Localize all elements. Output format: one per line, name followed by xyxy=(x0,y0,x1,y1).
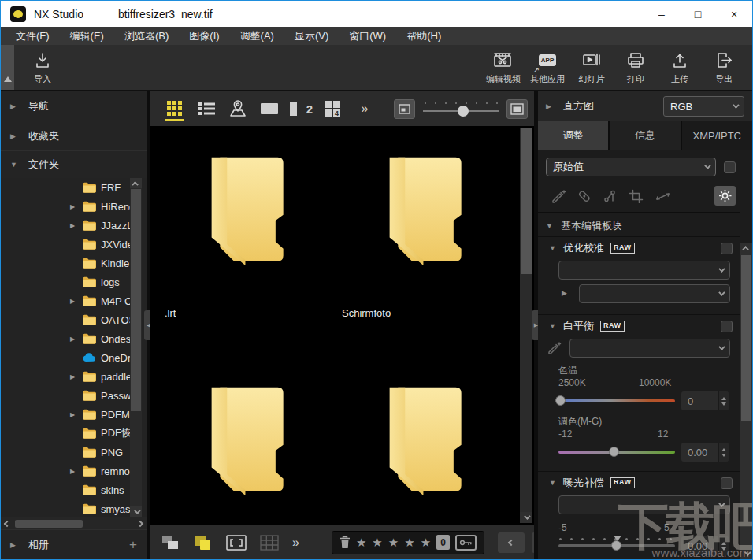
folder-tree-item[interactable]: ▶logs xyxy=(1,273,147,291)
collapsed-triangle-icon[interactable]: ▶ xyxy=(546,102,554,110)
exposure-slider-thumb[interactable] xyxy=(611,540,621,551)
sidebar-section-albums[interactable]: ▶ 相册 + xyxy=(1,529,147,559)
slideshow-button[interactable]: 幻灯片 xyxy=(569,45,614,90)
compare-2-view-button[interactable]: 2 xyxy=(289,95,313,122)
previous-button[interactable] xyxy=(498,532,525,553)
star-icon[interactable]: ★ xyxy=(404,536,414,548)
folder-thumbnail[interactable] xyxy=(330,384,510,497)
slider-thumb[interactable] xyxy=(458,106,469,117)
tint-slider-thumb[interactable] xyxy=(609,447,619,457)
inspector-vertical-scrollbar[interactable] xyxy=(740,243,752,559)
straighten-icon[interactable] xyxy=(655,189,672,203)
browser-vertical-scrollbar[interactable] xyxy=(520,128,532,523)
spinner[interactable] xyxy=(718,443,729,462)
menu-help[interactable]: 帮助(H) xyxy=(396,27,451,45)
control-point-icon[interactable] xyxy=(603,189,618,203)
menu-browser[interactable]: 浏览器(B) xyxy=(114,27,179,45)
scrollbar-thumb[interactable] xyxy=(131,189,141,411)
minimize-button[interactable]: – xyxy=(644,1,680,27)
import-button[interactable]: 导入 xyxy=(20,45,65,90)
folder-tree-item[interactable]: ▶PNG xyxy=(1,443,147,462)
picture-control-sub-dropdown[interactable] xyxy=(579,284,730,303)
expand-arrow-icon[interactable]: ▶ xyxy=(70,298,78,305)
close-button[interactable]: × xyxy=(716,1,752,27)
more-views-button[interactable]: » xyxy=(352,95,376,122)
folder-tree-item[interactable]: ▶remno xyxy=(1,462,147,480)
tree-horizontal-scrollbar[interactable] xyxy=(1,517,147,529)
folder-tree-item[interactable]: ▶PDFMe xyxy=(1,405,147,424)
export-button[interactable]: 导出 xyxy=(702,45,746,90)
picture-control-checkbox[interactable] xyxy=(721,243,733,254)
scrollbar-thumb[interactable] xyxy=(521,128,532,274)
thumbnail-label[interactable]: .lrt xyxy=(165,307,176,319)
expand-arrow-icon[interactable]: ▶ xyxy=(70,411,78,418)
tree-vertical-scrollbar[interactable] xyxy=(130,178,142,517)
sidebar-section-favorites[interactable]: ▶ 收藏夹 xyxy=(1,121,147,151)
scroll-down-icon[interactable] xyxy=(740,548,752,559)
menu-image[interactable]: 图像(I) xyxy=(179,27,229,45)
tab-adjust[interactable]: 调整 xyxy=(538,121,608,150)
menu-edit[interactable]: 编辑(E) xyxy=(60,27,114,45)
settings-button[interactable] xyxy=(714,186,736,206)
more-tools-button[interactable]: » xyxy=(292,536,298,550)
tab-xmp-iptc[interactable]: XMP/IPTC xyxy=(682,121,752,150)
expand-arrow-icon[interactable]: ▶ xyxy=(70,222,78,229)
expand-arrow-icon[interactable]: ▶ xyxy=(70,373,78,380)
picture-control-dropdown[interactable] xyxy=(558,261,730,280)
collapsed-triangle-icon[interactable]: ▶ xyxy=(562,289,569,297)
scrollbar-thumb[interactable] xyxy=(15,520,83,528)
maximize-button[interactable]: □ xyxy=(680,1,716,27)
menu-window[interactable]: 窗口(W) xyxy=(339,27,396,45)
menu-file[interactable]: 文件(F) xyxy=(6,27,60,45)
rating-count-badge[interactable]: 0 xyxy=(436,535,450,550)
table-view-button[interactable] xyxy=(260,535,279,551)
folder-tree-item[interactable]: ▶PDF恢 xyxy=(1,424,147,443)
scroll-down-icon[interactable] xyxy=(130,506,142,517)
print-button[interactable]: 打印 xyxy=(614,45,658,90)
folder-tree-item[interactable]: ▶Passwo xyxy=(1,386,147,405)
thumbnail-large-button[interactable] xyxy=(506,99,528,119)
fit-frame-button[interactable] xyxy=(226,535,247,551)
folder-thumbnail[interactable] xyxy=(152,154,332,267)
expand-arrow-icon[interactable]: ▶ xyxy=(70,336,78,343)
thumbnail-label[interactable]: Schirmfoto xyxy=(342,307,391,319)
expand-arrow-icon[interactable]: ▶ xyxy=(70,468,78,475)
thumbnail-small-button[interactable] xyxy=(394,99,415,119)
folder-tree-item-onedrive[interactable]: ▶OneDr xyxy=(1,348,147,367)
folder-tree-item[interactable]: ▶HiRend xyxy=(1,197,147,216)
menu-adjust[interactable]: 调整(A) xyxy=(230,27,284,45)
exposure-value-box[interactable]: 0.00 xyxy=(681,536,729,555)
thumbnail-with-label-button[interactable] xyxy=(194,534,213,551)
toolbar-collapse-strip[interactable] xyxy=(1,45,14,90)
folder-tree-item[interactable]: ▶M4P C xyxy=(1,291,147,310)
list-view-button[interactable] xyxy=(195,95,218,122)
other-apps-button[interactable]: APP ↗ 其他应用 xyxy=(525,45,569,90)
temp-slider-thumb[interactable] xyxy=(555,395,566,406)
star-icon[interactable]: ★ xyxy=(356,536,366,548)
star-icon[interactable]: ★ xyxy=(421,536,431,548)
single-image-view-button[interactable] xyxy=(258,95,281,122)
preset-dropdown[interactable]: 原始值 xyxy=(546,158,716,176)
protect-key-button[interactable] xyxy=(455,535,477,551)
exposure-checkbox[interactable] xyxy=(721,477,733,489)
folder-thumbnail[interactable] xyxy=(152,384,332,497)
folder-tree-item[interactable]: ▶skins xyxy=(1,480,147,499)
folder-thumbnail[interactable] xyxy=(330,154,510,267)
spinner[interactable] xyxy=(718,391,729,410)
wb-eyedropper-icon[interactable] xyxy=(547,341,562,354)
white-balance-checkbox[interactable] xyxy=(721,321,733,332)
channel-select[interactable]: RGB xyxy=(663,96,744,117)
temp-slider-track[interactable] xyxy=(558,399,675,402)
expanded-triangle-icon[interactable]: ▼ xyxy=(549,244,557,252)
thumbnail-size-slider[interactable] xyxy=(423,100,499,117)
scroll-left-icon[interactable] xyxy=(1,517,13,530)
folder-tree-item[interactable]: ▶paddle xyxy=(1,367,147,386)
sidebar-section-folders[interactable]: ▼ 文件夹 xyxy=(1,151,147,178)
tint-value-box[interactable]: 0.00 xyxy=(681,443,729,462)
thumbnail-only-button[interactable] xyxy=(161,535,180,551)
tab-info[interactable]: 信息 xyxy=(610,121,680,150)
folder-tree-item[interactable]: ▶OATOS xyxy=(1,310,147,329)
expand-arrow-icon[interactable]: ▶ xyxy=(70,203,78,210)
scroll-right-icon[interactable] xyxy=(134,517,147,530)
panel-section-header[interactable]: ▼ 基本编辑板块 xyxy=(538,216,740,236)
